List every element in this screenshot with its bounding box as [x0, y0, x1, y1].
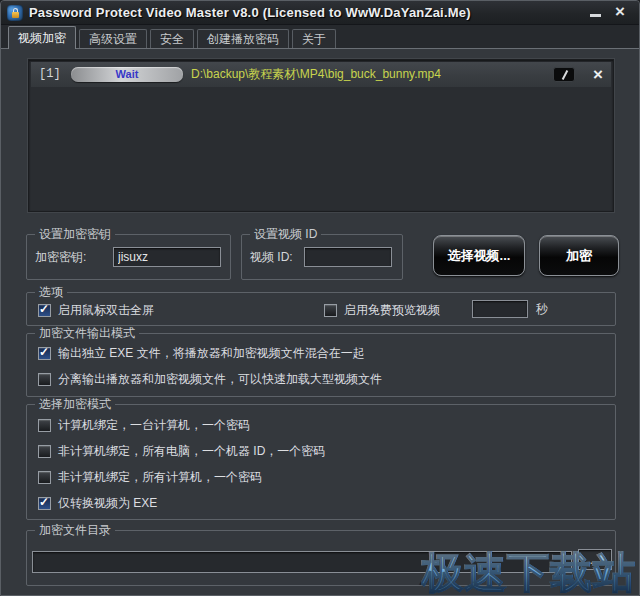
output-mode-separate[interactable]: ✓ 分离输出播放器和加密视频文件，可以快速加载大型视频文件 — [38, 371, 382, 387]
checkbox-label: 计算机绑定，一台计算机，一个密码 — [58, 417, 250, 434]
row-remove-button[interactable]: × — [593, 62, 603, 87]
title-bar[interactable]: Password Protect Video Master v8.0 (Lice… — [1, 1, 639, 25]
group-output-directory: 加密文件目录 … — [26, 530, 616, 586]
close-button[interactable]: × — [609, 1, 631, 23]
check-icon: ✓ — [39, 345, 49, 359]
mode-convert-only-exe[interactable]: ✓ 仅转换视频为 EXE — [38, 495, 157, 511]
group-title: 加密文件输出模式 — [35, 326, 139, 340]
tab-about[interactable]: 关于 — [292, 29, 336, 49]
mode-unbound-one-password[interactable]: ✓ 非计算机绑定，所有计算机，一个密码 — [38, 469, 262, 485]
group-title: 选项 — [35, 285, 67, 299]
check-icon: ✓ — [39, 302, 49, 316]
group-title: 加密文件目录 — [35, 523, 115, 537]
video-file-list[interactable]: [1] Wait D:\backup\教程素材\MP4\big_buck_bun… — [28, 59, 614, 212]
checkbox[interactable]: ✓ — [38, 419, 51, 432]
row-edit-button[interactable] — [553, 67, 575, 82]
mode-unbound-machine-id[interactable]: ✓ 非计算机绑定，所有电脑，一个机器 ID，一个密码 — [38, 443, 325, 459]
preview-seconds-input[interactable] — [472, 300, 528, 318]
encryption-key-input[interactable] — [113, 247, 221, 267]
checkbox[interactable]: ✓ — [38, 471, 51, 484]
output-mode-single-exe[interactable]: ✓ 输出独立 EXE 文件，将播放器和加密视频文件混合在一起 — [38, 345, 365, 361]
window-title: Password Protect Video Master v8.0 (Lice… — [29, 1, 471, 25]
checkbox[interactable]: ✓ — [38, 445, 51, 458]
checkbox[interactable]: ✓ — [324, 304, 337, 317]
select-video-button[interactable]: 选择视频... — [433, 235, 525, 276]
video-id-input[interactable] — [304, 247, 392, 267]
checkbox-label: 输出独立 EXE 文件，将播放器和加密视频文件混合在一起 — [58, 345, 365, 362]
group-video-id: 设置视频 ID 视频 ID: — [241, 234, 403, 280]
tab-advanced-settings[interactable]: 高级设置 — [79, 29, 147, 49]
file-list-row[interactable]: [1] Wait D:\backup\教程素材\MP4\big_buck_bun… — [31, 62, 611, 87]
checkbox-label: 分离输出播放器和加密视频文件，可以快速加载大型视频文件 — [58, 371, 382, 388]
checkbox[interactable]: ✓ — [38, 497, 51, 510]
group-encryption-key: 设置加密密钥 加密密钥: — [26, 234, 231, 280]
tab-page-video-encrypt: [1] Wait D:\backup\教程素材\MP4\big_buck_bun… — [1, 48, 639, 595]
encrypt-button[interactable]: 加密 — [539, 235, 619, 276]
group-encryption-mode: 选择加密模式 ✓ 计算机绑定，一台计算机，一个密码 ✓ 非计算机绑定，所有电脑，… — [26, 404, 616, 520]
output-directory-input[interactable] — [32, 551, 572, 573]
seconds-unit-label: 秒 — [536, 293, 548, 325]
checkbox-label: 启用免费预览视频 — [344, 302, 440, 319]
minimize-button[interactable] — [585, 1, 607, 23]
mode-computer-bound[interactable]: ✓ 计算机绑定，一台计算机，一个密码 — [38, 417, 250, 433]
check-icon: ✓ — [39, 495, 49, 509]
checkbox[interactable]: ✓ — [38, 347, 51, 360]
tab-create-play-password[interactable]: 创建播放密码 — [197, 29, 289, 49]
checkbox[interactable]: ✓ — [38, 304, 51, 317]
option-free-preview[interactable]: ✓ 启用免费预览视频 — [324, 302, 440, 318]
checkbox-label: 仅转换视频为 EXE — [58, 495, 157, 512]
group-title: 选择加密模式 — [35, 397, 115, 411]
app-lock-icon — [7, 5, 23, 21]
checkbox-label: 非计算机绑定，所有电脑，一个机器 ID，一个密码 — [58, 443, 325, 460]
tab-bar: 视频加密 高级设置 安全 创建播放密码 关于 — [1, 25, 639, 49]
app-window: Password Protect Video Master v8.0 (Lice… — [0, 0, 640, 596]
row-index: [1] — [39, 62, 61, 87]
minimize-icon — [590, 14, 601, 17]
checkbox-label: 非计算机绑定，所有计算机，一个密码 — [58, 469, 262, 486]
group-output-mode: 加密文件输出模式 ✓ 输出独立 EXE 文件，将播放器和加密视频文件混合在一起 … — [26, 333, 616, 397]
row-file-path: D:\backup\教程素材\MP4\big_buck_bunny.mp4 — [191, 62, 441, 87]
group-options: 选项 ✓ 启用鼠标双击全屏 ✓ 启用免费预览视频 秒 — [26, 292, 616, 326]
browse-directory-button[interactable]: … — [578, 549, 612, 570]
option-double-click-fullscreen[interactable]: ✓ 启用鼠标双击全屏 — [38, 302, 154, 318]
checkbox-label: 启用鼠标双击全屏 — [58, 302, 154, 319]
video-id-label: 视频 ID: — [250, 235, 293, 279]
checkbox[interactable]: ✓ — [38, 373, 51, 386]
row-progress-bar: Wait — [71, 67, 183, 82]
pencil-icon — [562, 70, 568, 80]
tab-security[interactable]: 安全 — [150, 29, 194, 49]
tab-video-encrypt[interactable]: 视频加密 — [8, 26, 76, 49]
encryption-key-label: 加密密钥: — [35, 235, 86, 279]
